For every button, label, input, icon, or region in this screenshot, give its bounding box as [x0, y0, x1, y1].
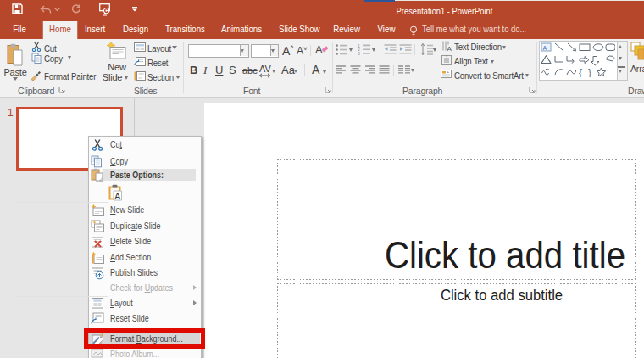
svg-text:A: A	[114, 191, 120, 201]
svg-text:3: 3	[358, 51, 360, 55]
svg-text:{: {	[579, 67, 582, 77]
svg-text:}: }	[588, 67, 591, 77]
svg-text:A: A	[447, 45, 452, 51]
svg-text:A: A	[543, 45, 547, 51]
